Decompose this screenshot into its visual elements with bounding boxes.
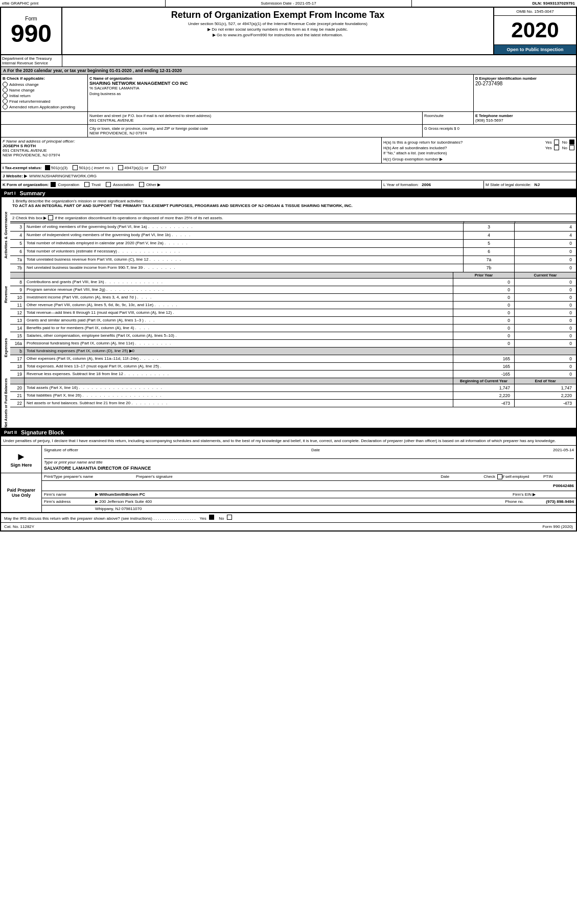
line2-checkbox[interactable]: [48, 215, 53, 220]
i-501c-label: 501(c) (: [79, 166, 93, 170]
line13-prior: 0: [453, 317, 515, 324]
i-4947-label: 4947(a)(1) or: [124, 166, 148, 170]
line2-text: if the organization discontinued its ope…: [55, 216, 223, 220]
line16a-prior: 0: [453, 340, 515, 347]
street-label: Number and street (or P.O. box if mail i…: [89, 113, 421, 118]
line5-linenum: 5: [464, 240, 515, 247]
officer-row: F Name and address of principal officer:…: [1, 137, 576, 164]
prep-self-checkbox[interactable]: [497, 474, 502, 479]
line21-num: 21: [10, 392, 25, 399]
line17-prior: 165: [453, 355, 515, 362]
line15-desc: Salaries, other compensation, employee b…: [25, 332, 453, 339]
line9-num: 9: [10, 286, 25, 293]
initial-return-radio[interactable]: [3, 93, 8, 98]
phone-value: (908) 516-5697: [475, 118, 574, 123]
sig-label: Signature of officer: [44, 448, 78, 452]
line16a-row: 16a Professional fundraising fees (Part …: [10, 340, 576, 348]
hc-label: H(c) Group exemption number ▶: [383, 157, 574, 161]
line5-desc: Total number of individuals employed in …: [25, 240, 464, 247]
main-title: Return of Organization Exempt From Incom…: [66, 10, 489, 20]
ha-yes-label: Yes: [545, 140, 552, 145]
initial-return-label: Initial return: [9, 94, 31, 98]
revenue-wrapper: Revenue Prior Year Current Year 8 Contri…: [1, 272, 576, 317]
prep-check-label: Check: [483, 474, 495, 479]
i-501c-suffix: ): [112, 166, 113, 170]
line4-num: 4: [10, 232, 25, 239]
hb-label: H(b) Are all subordinates included?: [383, 146, 545, 150]
line12-current: 0: [515, 309, 576, 316]
line3-desc: Number of voting members of the governin…: [25, 223, 464, 231]
line11-current: 0: [515, 302, 576, 309]
footer-row: May the IRS discuss this return with the…: [1, 513, 576, 522]
line5-val: 0: [515, 240, 576, 247]
expenses-wrapper: Expenses 13 Grants and similar amounts p…: [1, 317, 576, 378]
net-label: Net Assets or Fund Balances: [1, 378, 10, 428]
page: efile GRAPHIC print Submission Date - 20…: [0, 0, 577, 532]
line4-val: 4: [515, 232, 576, 239]
hb-yes-checkbox[interactable]: [554, 145, 559, 150]
i-501c-checkbox[interactable]: [73, 165, 78, 170]
k-other-checkbox[interactable]: [139, 182, 144, 187]
line14-desc: Benefits paid to or for members (Part IX…: [25, 325, 453, 332]
form-wrapper: B Check if applicable: Address change Na…: [0, 75, 577, 532]
line13-current: 0: [515, 317, 576, 324]
m-label: M State of legal domicile:: [486, 182, 531, 187]
dept-row: Department of the Treasury Internal Reve…: [0, 55, 577, 67]
activities-content: 1 Briefly describe the organization's mi…: [10, 197, 576, 272]
address-change-radio[interactable]: [3, 82, 8, 87]
ha-no-checkbox[interactable]: [569, 140, 574, 145]
line19-num: 19: [10, 371, 25, 378]
form-number-box: Form 990: [1, 8, 62, 54]
name-change-radio[interactable]: [3, 87, 8, 93]
line12-row: 12 Total revenue—add lines 8 through 11 …: [10, 309, 576, 317]
hb-no-checkbox[interactable]: [569, 145, 574, 150]
ha-yes-checkbox[interactable]: [554, 140, 559, 145]
section-c: C Name of organization SHARING NETWORK M…: [88, 75, 474, 111]
line7a-linenum: 7a: [464, 256, 515, 264]
line7b-linenum: 7b: [464, 264, 515, 272]
room-label: Room/suite: [424, 113, 472, 118]
go-to: ▶ Go to www.irs.gov/Form990 for instruct…: [66, 33, 489, 37]
city-row: City or town, state or province, country…: [1, 125, 576, 137]
k-trust-checkbox[interactable]: [84, 182, 89, 187]
may-discuss: May the IRS discuss this return with the…: [4, 515, 573, 521]
line11-row: 11 Other revenue (Part VIII, column (A),…: [10, 302, 576, 309]
part2-header: Part II Signature Block: [1, 428, 576, 436]
line4-row: 4 Number of independent voting members o…: [10, 232, 576, 240]
k-corp-checkbox[interactable]: [51, 182, 56, 187]
footer-no-checkbox[interactable]: [227, 515, 232, 520]
k-assoc-label: Association: [113, 182, 134, 187]
street-col: Number and street (or P.O. box if mail i…: [88, 112, 423, 124]
i-501c3-checkbox[interactable]: [45, 165, 50, 170]
l-year: 2006: [422, 182, 431, 187]
final-return-radio[interactable]: [3, 99, 8, 104]
line16a-desc: Professional fundraising fees (Part IX, …: [25, 340, 453, 347]
amended-return-radio[interactable]: [3, 104, 8, 109]
net-hdr-end: End of Year: [515, 378, 576, 384]
tax-exempt-row: I Tax-exempt status: 501(c)(3) 501(c) ( …: [1, 164, 576, 172]
line15-current: 0: [515, 332, 576, 339]
sig-declaration: Under penalties of perjury, I declare th…: [1, 436, 576, 446]
line14-current: 0: [515, 325, 576, 332]
revenue-label: Revenue: [1, 272, 10, 317]
footer-yes-checkbox[interactable]: [209, 515, 214, 520]
address-change-label: Address change: [9, 82, 39, 87]
ha-label: H(a) Is this a group return for subordin…: [383, 140, 545, 145]
firm-phone-label: Phone no.: [505, 499, 546, 504]
city-label: City or town, state or province, country…: [89, 126, 421, 131]
m-col: M State of legal domicile: NJ: [484, 181, 576, 189]
hb-row: H(b) Are all subordinates included? Yes …: [383, 145, 574, 150]
final-return-row: Final return/terminated: [3, 99, 86, 104]
k-assoc-checkbox[interactable]: [106, 182, 111, 187]
firm-name-value: ▶ WithumSmithBrown PC: [95, 492, 513, 497]
section-b: B Check if applicable: Address change Na…: [1, 75, 88, 111]
lines-3-7: 3 Number of voting members of the govern…: [10, 223, 576, 272]
line7a-val: 0: [515, 256, 576, 264]
d-label: D Employer identification number: [475, 76, 574, 81]
line10-num: 10: [10, 294, 25, 301]
d-ein: 20-2737498: [475, 81, 574, 86]
line-a: A For the 2020 calendar year, or tax yea…: [0, 67, 577, 75]
cat-no: Cat. No. 11282Y: [4, 524, 34, 529]
i-4947-checkbox[interactable]: [118, 165, 123, 170]
i-527-checkbox[interactable]: [153, 165, 158, 170]
